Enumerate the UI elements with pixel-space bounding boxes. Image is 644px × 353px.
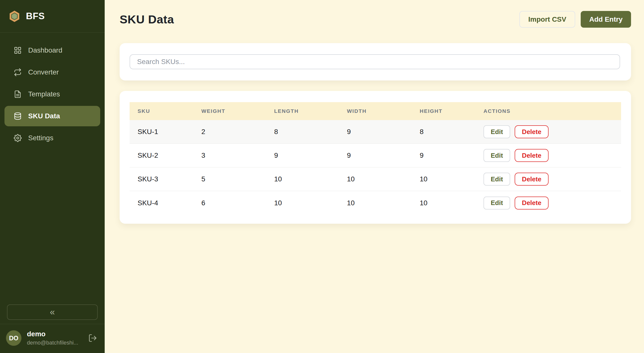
- column-header-weight: WEIGHT: [194, 108, 266, 114]
- search-input[interactable]: [130, 54, 620, 69]
- sidebar-item-label: Settings: [28, 134, 53, 142]
- import-csv-button[interactable]: Import CSV: [520, 11, 575, 28]
- sidebar-collapse-button[interactable]: «: [7, 305, 98, 320]
- sidebar-spacer: [0, 150, 105, 305]
- user-name: demo: [27, 330, 78, 338]
- cell-actions: Edit Delete: [476, 197, 621, 210]
- edit-button[interactable]: Edit: [484, 173, 510, 186]
- cell-height: 10: [412, 175, 476, 183]
- edit-button[interactable]: Edit: [484, 197, 510, 210]
- sidebar-item-sku-data[interactable]: SKU Data: [4, 106, 100, 126]
- document-icon: [14, 90, 22, 98]
- cell-sku: SKU-2: [130, 151, 194, 159]
- column-header-length: LENGTH: [266, 108, 339, 114]
- cell-width: 10: [339, 175, 412, 183]
- logout-button[interactable]: [88, 334, 97, 343]
- sidebar-item-settings[interactable]: Settings: [4, 128, 100, 148]
- cell-width: 10: [339, 199, 412, 207]
- user-email: demo@batchfileshi...: [27, 340, 78, 346]
- cell-height: 9: [412, 151, 476, 159]
- bfs-hexagon-logo-icon: [9, 10, 20, 22]
- cell-width: 9: [339, 128, 412, 136]
- edit-button[interactable]: Edit: [484, 125, 510, 138]
- header-actions: Import CSV Add Entry: [520, 11, 631, 28]
- column-header-actions: ACTIONS: [476, 108, 621, 114]
- sidebar-item-label: Converter: [28, 68, 59, 76]
- delete-button[interactable]: Delete: [515, 149, 548, 162]
- sidebar: BFS Dashboard Converter: [0, 0, 105, 353]
- sidebar-item-label: Dashboard: [28, 46, 62, 54]
- column-header-width: WIDTH: [339, 108, 412, 114]
- main-content: SKU Data Import CSV Add Entry SKU WEIGHT…: [105, 0, 644, 353]
- table-row: SKU-3 5 10 10 10 Edit Delete: [130, 167, 621, 191]
- cell-weight: 3: [194, 151, 266, 159]
- table-row: SKU-2 3 9 9 9 Edit Delete: [130, 144, 621, 167]
- add-entry-button[interactable]: Add Entry: [581, 11, 631, 28]
- delete-button[interactable]: Delete: [515, 197, 548, 210]
- database-icon: [14, 112, 22, 120]
- sidebar-item-label: Templates: [28, 90, 60, 98]
- sidebar-item-converter[interactable]: Converter: [4, 62, 100, 82]
- cell-sku: SKU-1: [130, 128, 194, 136]
- page-title: SKU Data: [120, 12, 174, 26]
- cell-actions: Edit Delete: [476, 149, 621, 162]
- page-header: SKU Data Import CSV Add Entry: [120, 11, 631, 28]
- cell-length: 8: [266, 128, 339, 136]
- brand-name: BFS: [26, 11, 45, 21]
- cell-actions: Edit Delete: [476, 125, 621, 138]
- search-card: [120, 43, 631, 80]
- cell-weight: 2: [194, 128, 266, 136]
- user-row: DO demo demo@batchfileshi...: [0, 324, 105, 353]
- sidebar-nav: Dashboard Converter Templates: [0, 33, 105, 150]
- cell-weight: 5: [194, 175, 266, 183]
- swap-arrows-icon: [14, 68, 22, 76]
- cell-weight: 6: [194, 199, 266, 207]
- edit-button[interactable]: Edit: [484, 149, 510, 162]
- table-row: SKU-4 6 10 10 10 Edit Delete: [130, 191, 621, 215]
- column-header-height: HEIGHT: [412, 108, 476, 114]
- column-header-sku: SKU: [130, 108, 194, 114]
- sidebar-item-label: SKU Data: [28, 112, 60, 120]
- logout-icon: [88, 334, 97, 343]
- gear-icon: [14, 134, 22, 142]
- user-meta: demo demo@batchfileshi...: [27, 330, 78, 346]
- avatar: DO: [6, 330, 22, 346]
- grid-icon: [14, 46, 22, 54]
- cell-height: 10: [412, 199, 476, 207]
- sidebar-item-templates[interactable]: Templates: [4, 84, 100, 104]
- sku-table-card: SKU WEIGHT LENGTH WIDTH HEIGHT ACTIONS S…: [120, 91, 631, 224]
- delete-button[interactable]: Delete: [515, 125, 548, 138]
- table-row: SKU-1 2 8 9 8 Edit Delete: [130, 120, 621, 144]
- delete-button[interactable]: Delete: [515, 173, 548, 186]
- cell-length: 10: [266, 175, 339, 183]
- cell-width: 9: [339, 151, 412, 159]
- cell-length: 9: [266, 151, 339, 159]
- cell-sku: SKU-3: [130, 175, 194, 183]
- cell-length: 10: [266, 199, 339, 207]
- cell-height: 8: [412, 128, 476, 136]
- cell-sku: SKU-4: [130, 199, 194, 207]
- sidebar-item-dashboard[interactable]: Dashboard: [4, 40, 100, 60]
- cell-actions: Edit Delete: [476, 173, 621, 186]
- logo-row: BFS: [0, 0, 105, 33]
- table-header-row: SKU WEIGHT LENGTH WIDTH HEIGHT ACTIONS: [130, 102, 621, 120]
